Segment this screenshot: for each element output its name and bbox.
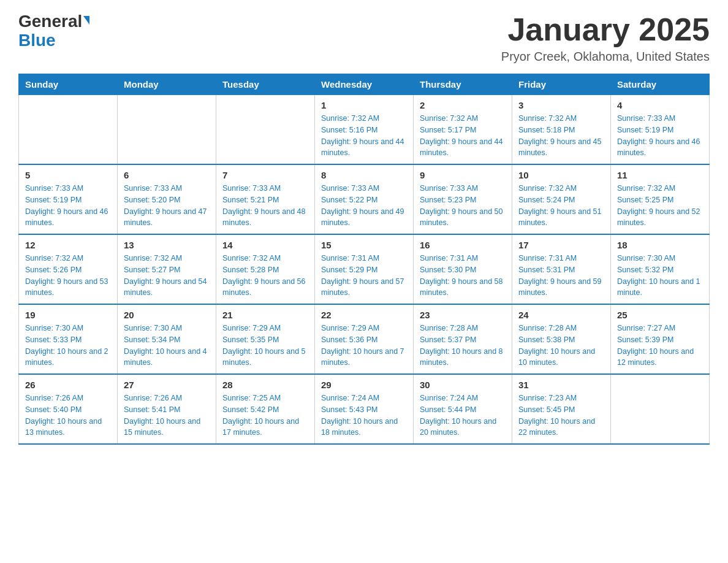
calendar-cell: [216, 95, 315, 165]
calendar-cell: 20Sunrise: 7:30 AMSunset: 5:34 PMDayligh…: [118, 304, 216, 374]
day-info: Sunrise: 7:31 AMSunset: 5:30 PMDaylight:…: [420, 253, 506, 299]
day-info: Sunrise: 7:30 AMSunset: 5:32 PMDaylight:…: [617, 253, 703, 299]
calendar-cell: 3Sunrise: 7:32 AMSunset: 5:18 PMDaylight…: [512, 95, 611, 165]
day-info: Sunrise: 7:29 AMSunset: 5:36 PMDaylight:…: [321, 323, 407, 369]
col-header-saturday: Saturday: [611, 74, 710, 95]
calendar-cell: 10Sunrise: 7:32 AMSunset: 5:24 PMDayligh…: [512, 164, 611, 234]
calendar-cell: 27Sunrise: 7:26 AMSunset: 5:41 PMDayligh…: [118, 374, 216, 444]
calendar-cell: 24Sunrise: 7:28 AMSunset: 5:38 PMDayligh…: [512, 304, 611, 374]
calendar-cell: 28Sunrise: 7:25 AMSunset: 5:42 PMDayligh…: [216, 374, 315, 444]
day-number: 17: [518, 240, 604, 250]
calendar-cell: 7Sunrise: 7:33 AMSunset: 5:21 PMDaylight…: [216, 164, 315, 234]
day-number: 16: [420, 240, 506, 250]
calendar-cell: 5Sunrise: 7:33 AMSunset: 5:19 PMDaylight…: [19, 164, 118, 234]
day-info: Sunrise: 7:24 AMSunset: 5:44 PMDaylight:…: [420, 393, 506, 439]
day-info: Sunrise: 7:24 AMSunset: 5:43 PMDaylight:…: [321, 393, 407, 439]
day-info: Sunrise: 7:32 AMSunset: 5:27 PMDaylight:…: [124, 253, 210, 299]
day-number: 28: [222, 380, 308, 390]
header: General Blue January 2025 Pryor Creek, O…: [18, 12, 710, 64]
day-number: 11: [617, 170, 703, 180]
calendar-cell: 19Sunrise: 7:30 AMSunset: 5:33 PMDayligh…: [19, 304, 118, 374]
day-number: 31: [518, 380, 604, 390]
calendar-cell: [611, 374, 710, 444]
day-info: Sunrise: 7:32 AMSunset: 5:17 PMDaylight:…: [420, 113, 506, 159]
col-header-monday: Monday: [118, 74, 216, 95]
day-info: Sunrise: 7:30 AMSunset: 5:33 PMDaylight:…: [25, 323, 111, 369]
day-number: 29: [321, 380, 407, 390]
day-info: Sunrise: 7:33 AMSunset: 5:19 PMDaylight:…: [617, 113, 703, 159]
page-title: January 2025: [501, 12, 710, 47]
day-number: 15: [321, 240, 407, 250]
calendar-cell: 17Sunrise: 7:31 AMSunset: 5:31 PMDayligh…: [512, 234, 611, 304]
day-number: 24: [518, 310, 604, 320]
calendar-week-4: 19Sunrise: 7:30 AMSunset: 5:33 PMDayligh…: [19, 304, 710, 374]
col-header-thursday: Thursday: [414, 74, 512, 95]
day-number: 9: [420, 170, 506, 180]
day-info: Sunrise: 7:31 AMSunset: 5:31 PMDaylight:…: [518, 253, 604, 299]
day-info: Sunrise: 7:31 AMSunset: 5:29 PMDaylight:…: [321, 253, 407, 299]
calendar-cell: 30Sunrise: 7:24 AMSunset: 5:44 PMDayligh…: [414, 374, 512, 444]
col-header-friday: Friday: [512, 74, 611, 95]
col-header-sunday: Sunday: [19, 74, 118, 95]
calendar-cell: 15Sunrise: 7:31 AMSunset: 5:29 PMDayligh…: [315, 234, 414, 304]
day-info: Sunrise: 7:28 AMSunset: 5:37 PMDaylight:…: [420, 323, 506, 369]
location-subtitle: Pryor Creek, Oklahoma, United States: [501, 50, 710, 64]
day-info: Sunrise: 7:28 AMSunset: 5:38 PMDaylight:…: [518, 323, 604, 369]
day-info: Sunrise: 7:26 AMSunset: 5:40 PMDaylight:…: [25, 393, 111, 439]
day-number: 5: [25, 170, 111, 180]
day-number: 2: [420, 100, 506, 110]
calendar-cell: 9Sunrise: 7:33 AMSunset: 5:23 PMDaylight…: [414, 164, 512, 234]
day-number: 22: [321, 310, 407, 320]
day-info: Sunrise: 7:23 AMSunset: 5:45 PMDaylight:…: [518, 393, 604, 439]
calendar-cell: 8Sunrise: 7:33 AMSunset: 5:22 PMDaylight…: [315, 164, 414, 234]
logo-blue: Blue: [18, 31, 89, 50]
day-info: Sunrise: 7:32 AMSunset: 5:16 PMDaylight:…: [321, 113, 407, 159]
day-number: 8: [321, 170, 407, 180]
day-number: 21: [222, 310, 308, 320]
day-info: Sunrise: 7:33 AMSunset: 5:20 PMDaylight:…: [124, 183, 210, 229]
day-number: 26: [25, 380, 111, 390]
day-number: 27: [124, 380, 210, 390]
day-info: Sunrise: 7:29 AMSunset: 5:35 PMDaylight:…: [222, 323, 308, 369]
day-number: 30: [420, 380, 506, 390]
day-info: Sunrise: 7:32 AMSunset: 5:18 PMDaylight:…: [518, 113, 604, 159]
calendar-week-1: 1Sunrise: 7:32 AMSunset: 5:16 PMDaylight…: [19, 95, 710, 165]
calendar-cell: 12Sunrise: 7:32 AMSunset: 5:26 PMDayligh…: [19, 234, 118, 304]
day-info: Sunrise: 7:33 AMSunset: 5:22 PMDaylight:…: [321, 183, 407, 229]
calendar-week-5: 26Sunrise: 7:26 AMSunset: 5:40 PMDayligh…: [19, 374, 710, 444]
day-info: Sunrise: 7:25 AMSunset: 5:42 PMDaylight:…: [222, 393, 308, 439]
day-info: Sunrise: 7:33 AMSunset: 5:21 PMDaylight:…: [222, 183, 308, 229]
title-area: January 2025 Pryor Creek, Oklahoma, Unit…: [501, 12, 710, 64]
calendar-week-2: 5Sunrise: 7:33 AMSunset: 5:19 PMDaylight…: [19, 164, 710, 234]
calendar-cell: 31Sunrise: 7:23 AMSunset: 5:45 PMDayligh…: [512, 374, 611, 444]
day-info: Sunrise: 7:27 AMSunset: 5:39 PMDaylight:…: [617, 323, 703, 369]
day-number: 4: [617, 100, 703, 110]
day-number: 23: [420, 310, 506, 320]
day-number: 10: [518, 170, 604, 180]
calendar-cell: 26Sunrise: 7:26 AMSunset: 5:40 PMDayligh…: [19, 374, 118, 444]
day-info: Sunrise: 7:33 AMSunset: 5:23 PMDaylight:…: [420, 183, 506, 229]
logo-general: General: [18, 12, 82, 31]
calendar-week-3: 12Sunrise: 7:32 AMSunset: 5:26 PMDayligh…: [19, 234, 710, 304]
day-number: 13: [124, 240, 210, 250]
col-header-tuesday: Tuesday: [216, 74, 315, 95]
calendar-cell: 11Sunrise: 7:32 AMSunset: 5:25 PMDayligh…: [611, 164, 710, 234]
day-number: 3: [518, 100, 604, 110]
calendar-cell: 21Sunrise: 7:29 AMSunset: 5:35 PMDayligh…: [216, 304, 315, 374]
day-info: Sunrise: 7:30 AMSunset: 5:34 PMDaylight:…: [124, 323, 210, 369]
calendar-table: SundayMondayTuesdayWednesdayThursdayFrid…: [18, 74, 710, 445]
day-info: Sunrise: 7:32 AMSunset: 5:28 PMDaylight:…: [222, 253, 308, 299]
calendar-cell: 29Sunrise: 7:24 AMSunset: 5:43 PMDayligh…: [315, 374, 414, 444]
day-number: 7: [222, 170, 308, 180]
calendar-cell: 6Sunrise: 7:33 AMSunset: 5:20 PMDaylight…: [118, 164, 216, 234]
col-header-wednesday: Wednesday: [315, 74, 414, 95]
calendar-cell: 16Sunrise: 7:31 AMSunset: 5:30 PMDayligh…: [414, 234, 512, 304]
day-info: Sunrise: 7:32 AMSunset: 5:26 PMDaylight:…: [25, 253, 111, 299]
logo: General Blue: [18, 12, 89, 50]
calendar-cell: [118, 95, 216, 165]
calendar-cell: 1Sunrise: 7:32 AMSunset: 5:16 PMDaylight…: [315, 95, 414, 165]
day-number: 18: [617, 240, 703, 250]
day-info: Sunrise: 7:32 AMSunset: 5:25 PMDaylight:…: [617, 183, 703, 229]
calendar-cell: 23Sunrise: 7:28 AMSunset: 5:37 PMDayligh…: [414, 304, 512, 374]
day-info: Sunrise: 7:33 AMSunset: 5:19 PMDaylight:…: [25, 183, 111, 229]
